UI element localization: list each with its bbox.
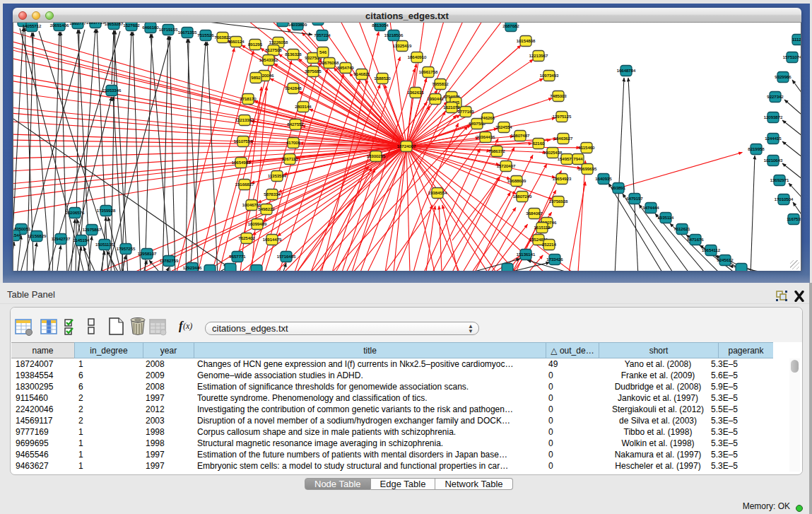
svg-text:15136141: 15136141 [517,252,536,257]
svg-text:10961758: 10961758 [419,70,438,74]
svg-text:7357224: 7357224 [314,33,331,37]
svg-text:9242848: 9242848 [285,86,302,90]
svg-text:13958107: 13958107 [138,252,157,256]
svg-text:10807487: 10807487 [511,134,530,138]
svg-text:7944: 7944 [573,157,583,161]
svg-text:11122: 11122 [792,37,801,42]
svg-text:7625402: 7625402 [238,236,255,240]
svg-text:12942737: 12942737 [52,237,71,241]
svg-text:3684067: 3684067 [526,211,543,216]
svg-text:17359928: 17359928 [97,209,116,213]
svg-text:8454749: 8454749 [337,66,354,70]
svg-text:12213967: 12213967 [529,54,548,58]
svg-text:19166827: 19166827 [235,182,254,187]
svg-text:23676068: 23676068 [320,61,339,65]
svg-text:16671355: 16671355 [178,30,197,35]
svg-text:15051135: 15051135 [95,243,114,247]
svg-text:16033809: 16033809 [288,23,307,27]
svg-text:12156829: 12156829 [28,234,47,238]
svg-text:1588520: 1588520 [374,76,391,81]
svg-text:7955812: 7955812 [432,82,449,86]
svg-text:9657771: 9657771 [229,255,246,259]
svg-text:62160: 62160 [533,141,545,146]
svg-text:18807249: 18807249 [513,194,532,199]
svg-text:15716485: 15716485 [277,255,296,259]
svg-text:3875685: 3875685 [305,69,322,74]
svg-text:7485003: 7485003 [550,94,567,98]
svg-text:10543362: 10543362 [259,58,278,62]
svg-text:8813054: 8813054 [372,23,389,28]
svg-text:12093872: 12093872 [764,115,783,119]
svg-text:1244415: 1244415 [765,136,782,141]
svg-text:18724007: 18724007 [397,144,416,148]
svg-text:12975867: 12975867 [83,228,102,232]
svg-text:7515526: 7515526 [197,33,214,37]
svg-text:546: 546 [319,50,327,54]
svg-text:20206576: 20206576 [66,211,85,215]
svg-text:252214: 252214 [542,243,557,247]
svg-text:10699695: 10699695 [578,167,597,171]
svg-text:1990443: 1990443 [427,97,444,101]
svg-text:1527602: 1527602 [123,23,140,28]
svg-text:9474444: 9474444 [642,206,659,210]
svg-text:9777169: 9777169 [457,110,474,114]
svg-text:19654923: 19654923 [553,177,572,181]
svg-text:417006: 417006 [286,141,301,145]
svg-text:16648784: 16648784 [617,69,636,73]
svg-text:9892: 9892 [251,76,261,80]
svg-text:19384554: 19384554 [428,191,447,195]
svg-text:10654112: 10654112 [702,248,721,252]
svg-text:9115460: 9115460 [579,146,596,150]
svg-text:5878334: 5878334 [264,192,281,197]
svg-text:12975125: 12975125 [553,115,572,119]
svg-text:17957255: 17957255 [117,247,136,251]
svg-text:13325419: 13325419 [393,44,412,48]
svg-text:12213363: 12213363 [235,118,254,122]
svg-text:891295: 891295 [248,42,263,47]
svg-text:5498222: 5498222 [258,207,275,211]
svg-text:13692971: 13692971 [770,178,789,182]
svg-text:15751074: 15751074 [783,55,801,59]
svg-text:10654983: 10654983 [232,160,251,165]
svg-text:10719155: 10719155 [159,28,178,32]
svg-text:21053346: 21053346 [102,88,122,93]
svg-text:10025438: 10025438 [543,151,563,155]
svg-text:1362615: 1362615 [407,90,424,95]
svg-text:18463627: 18463627 [554,136,573,141]
svg-text:8127508: 8127508 [265,48,282,52]
svg-text:10973493: 10973493 [540,74,559,78]
svg-text:10688609: 10688609 [507,179,526,183]
svg-text:1640935: 1640935 [595,177,612,181]
svg-text:15720407: 15720407 [497,164,516,168]
svg-text:11353594: 11353594 [268,174,287,178]
svg-text:13226058: 13226058 [269,40,288,45]
svg-text:9227342: 9227342 [767,95,784,99]
svg-text:7612621: 7612621 [673,227,690,231]
svg-text:10154808: 10154808 [517,39,536,43]
svg-text:16099489: 16099489 [248,222,267,226]
svg-text:12923446: 12923446 [183,266,202,270]
svg-text:1615112: 1615112 [534,226,551,230]
svg-text:116753: 116753 [787,217,801,221]
svg-text:9329966: 9329966 [775,75,792,79]
svg-text:746266: 746266 [481,116,495,120]
svg-text:6479197: 6479197 [626,197,643,201]
svg-text:3267110: 3267110 [282,157,299,161]
svg-text:2935114: 2935114 [658,216,675,220]
svg-text:8427552: 8427552 [287,122,304,127]
svg-text:19756928: 19756928 [549,199,568,204]
svg-text:20691406: 20691406 [50,23,69,28]
svg-text:1733426: 1733426 [546,257,563,262]
svg-text:8136328: 8136328 [285,52,302,57]
svg-text:10782759: 10782759 [160,259,179,263]
svg-text:19218506: 19218506 [384,33,404,37]
svg-text:(x): (x) [183,321,192,331]
svg-text:17010504: 17010504 [775,197,794,201]
svg-text:3624554: 3624554 [495,125,512,129]
svg-text:14055712: 14055712 [23,24,42,28]
svg-text:391544: 391544 [13,233,22,238]
svg-text:1145194: 1145194 [73,238,90,243]
svg-text:2687682: 2687682 [502,24,519,28]
svg-text:993891: 993891 [611,186,626,190]
svg-text:7986372: 7986372 [488,149,505,153]
